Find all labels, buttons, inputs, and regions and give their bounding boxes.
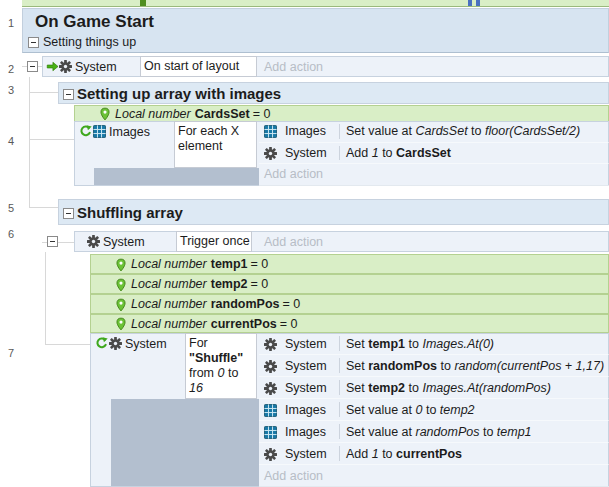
action-text: Set temp2 to Images.At(randomPos) <box>346 381 551 396</box>
text-segment: Trigger once <box>180 234 250 248</box>
action-text: Set value at CardsSet to floor(CardsSet/… <box>346 124 580 139</box>
pin-icon <box>140 0 146 6</box>
local-variable-row[interactable]: Local numberrandomPos= 0 <box>90 294 609 314</box>
action-row[interactable]: SystemAdd 1 to CardsSet <box>259 143 609 165</box>
text-segment: to <box>379 447 396 461</box>
object-name: System <box>75 60 117 75</box>
event-block[interactable]: ImagesFor each X elementImagesSet value … <box>74 121 609 186</box>
text-segment: to <box>405 337 422 351</box>
action-divider <box>339 402 340 417</box>
text-segment: to <box>379 146 396 160</box>
row-number: 2 <box>0 63 14 75</box>
collapse-toggle[interactable] <box>63 89 74 100</box>
pin-icon <box>115 258 128 272</box>
collapse-toggle[interactable] <box>47 236 58 247</box>
action-row[interactable]: ImagesSet value at CardsSet to floor(Car… <box>259 121 609 143</box>
array-grid-icon <box>264 404 277 418</box>
text-fragment <box>468 0 472 6</box>
row-number: 6 <box>0 228 14 240</box>
group-header-shuffle[interactable]: Shuffling array <box>58 199 609 225</box>
collapse-toggle[interactable] <box>28 37 39 48</box>
variable-type: Local number <box>131 277 207 291</box>
action-text: Set value at randomPos to temp1 <box>346 425 532 440</box>
text-segment: to <box>405 381 422 395</box>
action-row[interactable]: SystemSet temp1 to Images.At(0) <box>259 333 609 355</box>
variable-type: Local number <box>115 107 191 121</box>
variable-value: = 0 <box>283 297 301 311</box>
text-segment: 16 <box>189 381 203 395</box>
action-object-name: System <box>285 447 327 462</box>
variable-text: Local numberCardsSet= 0 <box>115 107 270 122</box>
action-row[interactable]: SystemSet randomPos to random(currentPos… <box>259 355 609 377</box>
sub-indent-filler <box>94 168 259 185</box>
row-number: 7 <box>0 347 14 359</box>
trigger-arrow-icon <box>46 60 59 74</box>
text-segment: temp1 <box>497 425 532 439</box>
variable-text: Local numbertemp1= 0 <box>131 257 268 272</box>
condition-cell[interactable]: For each X element <box>174 121 257 168</box>
row-number: 3 <box>0 84 14 96</box>
pin-icon <box>115 298 128 312</box>
text-segment: to <box>479 425 496 439</box>
gear-icon <box>264 147 277 161</box>
text-segment: CardsSet <box>416 124 468 138</box>
local-variable-row[interactable]: Local numbercurrentPos= 0 <box>90 314 609 333</box>
action-row[interactable]: SystemAdd 1 to currentPos <box>259 443 609 465</box>
text-segment: For each X element <box>178 124 239 153</box>
event-sheet: 1234567On Game StartSetting things upSys… <box>0 0 609 487</box>
local-variable-row[interactable]: Local numberCardsSet= 0 <box>74 105 609 122</box>
action-object-name: System <box>285 146 327 161</box>
add-action-link[interactable]: Add action <box>264 167 323 181</box>
collapse-toggle[interactable] <box>27 61 38 72</box>
event-block[interactable]: SystemTrigger onceAdd action <box>74 231 609 252</box>
text-segment: from <box>189 366 217 380</box>
action-divider <box>339 146 340 161</box>
condition-cell[interactable]: On start of layout <box>140 56 257 77</box>
add-action-link[interactable]: Add action <box>264 235 323 249</box>
action-text: Set randomPos to random(currentPos + 1,1… <box>346 359 604 374</box>
action-object-name: System <box>285 381 327 396</box>
action-text: Set temp1 to Images.At(0) <box>346 337 494 352</box>
local-variable-row[interactable]: Local numbertemp1= 0 <box>90 254 609 274</box>
variable-name: temp1 <box>211 257 248 271</box>
variable-text: Local numbercurrentPos= 0 <box>131 317 297 332</box>
array-grid-icon <box>264 426 277 440</box>
text-segment: Add <box>346 146 372 160</box>
action-row[interactable]: SystemSet temp2 to Images.At(randomPos) <box>259 377 609 399</box>
text-segment: Set value at <box>346 403 416 417</box>
add-action-link[interactable]: Add action <box>264 60 323 74</box>
action-text: Add 1 to CardsSet <box>346 146 451 161</box>
event-block[interactable]: SystemFor "Shuffle" from 0 to 16SystemSe… <box>90 333 609 487</box>
text-segment: Images.At(0) <box>422 337 494 351</box>
variable-value: = 0 <box>251 257 269 271</box>
action-text: Set value at 0 to temp2 <box>346 403 475 418</box>
group-header-setup[interactable]: Setting up array with images <box>58 82 609 104</box>
action-divider <box>339 424 340 439</box>
text-segment: CardsSet <box>396 146 451 160</box>
variable-value: = 0 <box>253 107 271 121</box>
gear-icon <box>87 235 100 249</box>
add-action-row[interactable]: Add action <box>259 465 609 487</box>
object-name: Images <box>109 125 150 140</box>
text-segment: randomPos <box>368 359 437 373</box>
condition-cell[interactable]: For "Shuffle" from 0 to 16 <box>185 333 257 399</box>
group-header-main[interactable]: On Game StartSetting things up <box>22 8 609 53</box>
gear-icon <box>264 382 277 396</box>
action-object-name: Images <box>285 124 326 139</box>
text-segment: temp2 <box>368 381 405 395</box>
text-segment: Set value at <box>346 124 416 138</box>
partial-variable-row <box>22 0 609 7</box>
text-segment: currentPos <box>396 447 462 461</box>
action-row[interactable]: ImagesSet value at 0 to temp2 <box>259 399 609 421</box>
gear-icon <box>109 337 122 351</box>
local-variable-row[interactable]: Local numbertemp2= 0 <box>90 274 609 294</box>
pin-icon <box>115 317 128 331</box>
event-block[interactable]: SystemOn start of layoutAdd action <box>42 56 609 77</box>
collapse-toggle[interactable] <box>63 208 74 219</box>
add-action-link[interactable]: Add action <box>264 469 323 483</box>
text-segment: For <box>189 336 208 350</box>
add-action-row[interactable]: Add action <box>259 164 609 186</box>
array-grid-icon <box>264 125 277 139</box>
action-row[interactable]: ImagesSet value at randomPos to temp1 <box>259 421 609 443</box>
condition-cell[interactable]: Trigger once <box>176 231 252 252</box>
